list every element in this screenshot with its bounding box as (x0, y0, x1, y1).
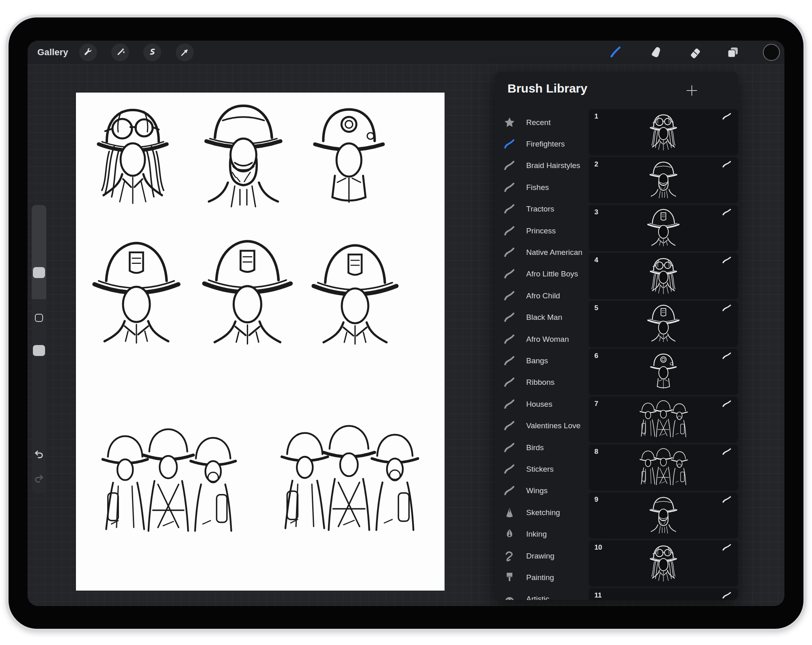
brush-set-swoosh-icon (503, 463, 516, 475)
brush-set-item-drawing[interactable]: Drawing (495, 545, 589, 567)
brush-set-item-fishes[interactable]: Fishes (495, 177, 589, 198)
brush-set-item-bangs[interactable]: Bangs (495, 350, 589, 371)
pencil-icon (503, 507, 516, 519)
brush-thumbnail (639, 207, 688, 250)
brush-set-item-artistic[interactable]: Artistic (495, 589, 589, 600)
brush-set-swoosh-icon (503, 268, 516, 280)
brush-size-slider[interactable] (32, 205, 46, 299)
panel-title: Brush Library (508, 82, 587, 95)
actions-button[interactable] (79, 43, 97, 61)
brush-set-item-native-american[interactable]: Native American (495, 242, 589, 263)
brush-size-handle[interactable] (33, 267, 45, 278)
brush-row-3[interactable]: 3 (589, 205, 738, 251)
brush-set-swoosh-icon (503, 355, 516, 367)
modify-button[interactable] (35, 314, 43, 322)
brush-set-list: Recent Firefighters Braid Hairstyles Fis… (495, 112, 589, 600)
brush-set-swoosh-icon (503, 420, 516, 432)
brush-icon (608, 45, 622, 59)
opacity-handle[interactable] (33, 345, 45, 356)
brush-swoosh-icon (722, 256, 732, 264)
brush-row-8[interactable]: 8 (589, 444, 738, 491)
brush-set-item-braid-hairstyles[interactable]: Braid Hairstyles (495, 155, 589, 177)
layers-button[interactable] (725, 44, 741, 60)
gallery-button[interactable]: Gallery (37, 41, 68, 64)
brush-set-item-afro-child[interactable]: Afro Child (495, 285, 589, 306)
brush-set-swoosh-icon (503, 246, 516, 259)
brush-set-item-stickers[interactable]: Stickers (495, 458, 589, 480)
brush-set-item-afro-woman[interactable]: Afro Woman (495, 328, 589, 350)
brush-set-swoosh-icon (503, 311, 516, 324)
brush-row-11[interactable]: 11 (589, 588, 738, 600)
star-icon (503, 116, 516, 129)
brush-row-4[interactable]: 4 (589, 253, 738, 299)
brush-set-item-wings[interactable]: Wings (495, 480, 589, 502)
brush-thumbnail (639, 255, 688, 298)
brush-set-item-houses[interactable]: Houses (495, 393, 589, 415)
brush-row-1[interactable]: 1 (589, 109, 738, 155)
smudge-tool-button[interactable] (648, 44, 664, 60)
brush-set-item-black-man[interactable]: Black Man (495, 307, 589, 328)
brush-set-swoosh-icon (503, 442, 516, 454)
procreate-screen: Gallery (28, 41, 784, 606)
brush-swoosh-icon (722, 448, 732, 456)
page: Gallery (0, 0, 812, 645)
ink-nib-icon (503, 528, 516, 540)
brush-row-10[interactable]: 10 (589, 540, 738, 587)
brush-set-item-firefighters[interactable]: Firefighters (495, 133, 589, 155)
brush-set-item-birds[interactable]: Birds (495, 437, 589, 458)
brush-row-9[interactable]: 9 (589, 492, 738, 539)
sidebar-controls (32, 205, 46, 493)
brush-set-swoosh-icon (503, 160, 516, 172)
brush-set-item-tractors[interactable]: Tractors (495, 198, 589, 220)
color-swatch-button[interactable] (763, 44, 780, 61)
brush-set-item-ribbons[interactable]: Ribbons (495, 372, 589, 393)
eraser-icon (687, 45, 701, 59)
brush-set-swoosh-icon (503, 376, 516, 388)
artwork-canvas[interactable] (76, 93, 445, 591)
brush-swoosh-icon (722, 544, 732, 552)
add-brush-button[interactable] (685, 83, 699, 98)
dome-icon (503, 593, 516, 600)
selection-button[interactable] (143, 43, 161, 61)
brush-swoosh-icon (722, 352, 732, 360)
adjustments-button[interactable] (111, 43, 129, 61)
redo-button[interactable] (34, 474, 44, 484)
brush-swoosh-icon (722, 591, 732, 600)
paint-tool-button[interactable] (607, 44, 623, 60)
brush-set-item-painting[interactable]: Painting (495, 567, 589, 588)
brush-thumbnail (639, 494, 688, 537)
brush-thumbnail (639, 542, 688, 585)
brush-row-list: 1 2 3 4 (589, 109, 738, 600)
brush-set-swoosh-icon (503, 333, 516, 345)
brush-set-item-sketching[interactable]: Sketching (495, 502, 589, 523)
brush-thumbnail (639, 350, 688, 393)
brush-set-swoosh-icon (503, 181, 516, 194)
top-toolbar: Gallery (28, 41, 784, 64)
brush-thumbnail (620, 398, 707, 441)
layers-icon (726, 45, 740, 59)
firefighter-sketch-art (76, 93, 445, 591)
brush-row-5[interactable]: 5 (589, 301, 738, 347)
brush-thumbnail (620, 446, 707, 489)
brush-set-swoosh-icon (503, 485, 516, 497)
transform-arrow-icon (179, 47, 190, 58)
brush-set-item-inking[interactable]: Inking (495, 523, 589, 545)
brush-swoosh-icon (722, 160, 732, 168)
transform-button[interactable] (176, 43, 194, 61)
erase-tool-button[interactable] (686, 44, 702, 60)
undo-button[interactable] (34, 449, 44, 460)
wrench-icon (83, 47, 93, 58)
brush-row-2[interactable]: 2 (589, 157, 738, 203)
paintbrush-icon (503, 572, 516, 584)
ipad-frame: Gallery (6, 15, 806, 632)
brush-set-item-princess[interactable]: Princess (495, 220, 589, 242)
brush-swoosh-icon (722, 400, 732, 408)
brush-thumbnail (639, 590, 688, 600)
brush-row-7[interactable]: 7 (589, 397, 738, 443)
brush-set-swoosh-icon (503, 290, 516, 302)
brush-set-item-valentines-love[interactable]: Valentines Love (495, 415, 589, 436)
brush-set-item-recent[interactable]: Recent (495, 112, 589, 133)
brush-row-6[interactable]: 6 (589, 349, 738, 395)
brush-set-item-afro-little-boys[interactable]: Afro Little Boys (495, 263, 589, 285)
brush-thumbnail (639, 159, 688, 202)
